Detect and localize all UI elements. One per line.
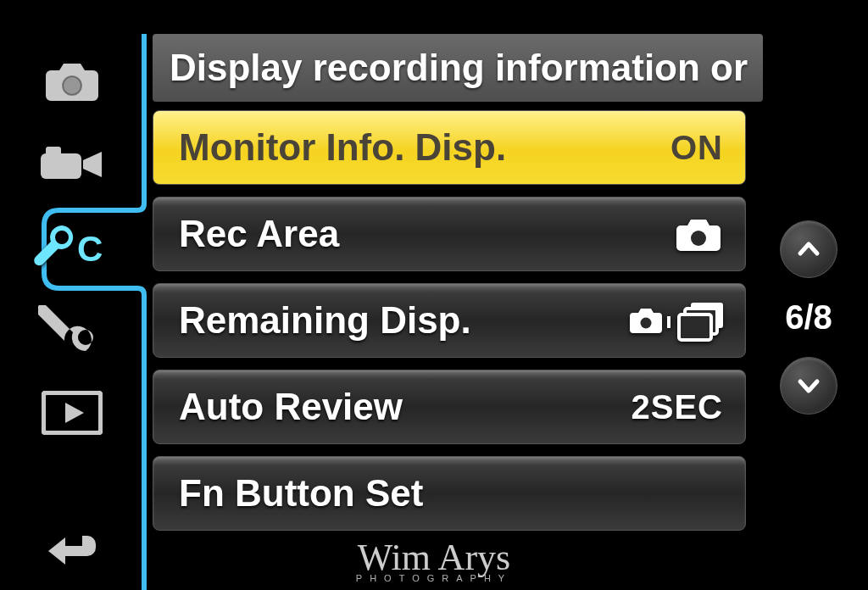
page-up-button[interactable] xyxy=(780,220,837,278)
svg-rect-9 xyxy=(667,316,670,320)
wrench-c-icon: C xyxy=(31,220,113,273)
menu-item-label: Fn Button Set xyxy=(179,472,423,515)
page-navigator: 6/8 xyxy=(766,220,851,415)
svg-rect-10 xyxy=(667,325,670,328)
menu-item-fn-button-set[interactable]: Fn Button Set xyxy=(153,456,746,531)
camera-icon xyxy=(674,215,723,253)
svg-point-6 xyxy=(691,231,706,246)
tab-rec[interactable] xyxy=(30,51,114,110)
menu-description-header: Display recording information or xyxy=(153,34,763,102)
chevron-up-icon xyxy=(797,237,821,261)
camcorder-icon xyxy=(39,143,105,184)
tab-custom[interactable]: C xyxy=(30,217,114,276)
camera-menu-screen: C Display recording information or Monit… xyxy=(0,0,868,590)
tab-playback[interactable] xyxy=(30,383,114,442)
menu-item-label: Monitor Info. Disp. xyxy=(179,126,506,169)
menu-item-value: 2SEC xyxy=(632,388,724,426)
menu-item-label: Auto Review xyxy=(179,386,403,428)
menu-item-rec-area[interactable]: Rec Area xyxy=(153,197,746,271)
page-down-button[interactable] xyxy=(780,357,837,415)
menu-item-label: Remaining Disp. xyxy=(179,299,471,342)
menu-item-remaining-disp[interactable]: Remaining Disp. xyxy=(153,283,746,358)
back-button[interactable] xyxy=(38,522,106,573)
return-arrow-icon xyxy=(45,527,99,568)
watermark-subtitle: PHOTOGRAPHY xyxy=(356,573,512,583)
camera-icon xyxy=(42,58,102,103)
svg-text:C: C xyxy=(77,229,103,269)
wrench-icon xyxy=(38,305,106,354)
chevron-down-icon xyxy=(797,374,821,398)
svg-rect-3 xyxy=(46,147,61,155)
menu-item-label: Rec Area xyxy=(179,213,339,255)
camera-burst-icon xyxy=(630,299,723,342)
watermark: Wim Arys PHOTOGRAPHY xyxy=(356,539,512,583)
svg-point-7 xyxy=(641,318,652,329)
page-indicator: 6/8 xyxy=(785,298,832,337)
tab-motion-picture[interactable] xyxy=(30,134,114,193)
play-icon xyxy=(42,391,103,435)
menu-item-value xyxy=(674,215,723,253)
menu-item-value xyxy=(630,299,723,342)
menu-item-auto-review[interactable]: Auto Review 2SEC xyxy=(153,370,746,444)
menu-list: Monitor Info. Disp. ON Rec Area Remainin… xyxy=(153,110,746,531)
tab-setup[interactable] xyxy=(30,300,114,359)
watermark-signature: Wim Arys xyxy=(356,539,512,576)
svg-rect-14 xyxy=(679,314,711,340)
menu-item-monitor-info-disp[interactable]: Monitor Info. Disp. ON xyxy=(153,110,746,185)
svg-rect-2 xyxy=(41,153,81,179)
menu-tab-sidebar: C xyxy=(17,51,127,442)
menu-item-value: ON xyxy=(670,129,723,167)
